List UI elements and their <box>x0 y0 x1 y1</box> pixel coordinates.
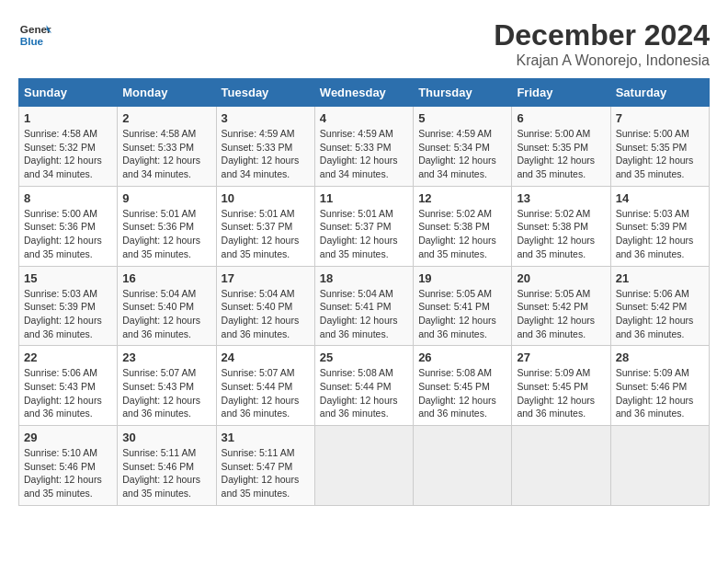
calendar-cell: 22Sunrise: 5:06 AMSunset: 5:43 PMDayligh… <box>19 346 118 426</box>
day-number: 30 <box>122 431 210 444</box>
day-number: 20 <box>517 271 605 285</box>
day-info: Sunrise: 5:09 AMSunset: 5:45 PMDaylight:… <box>517 366 605 420</box>
calendar-cell <box>414 426 512 506</box>
day-info: Sunrise: 5:08 AMSunset: 5:44 PMDaylight:… <box>320 366 408 420</box>
calendar-table: Sunday Monday Tuesday Wednesday Thursday… <box>18 78 710 506</box>
calendar-cell: 5Sunrise: 4:59 AMSunset: 5:34 PMDaylight… <box>414 107 512 187</box>
calendar-cell: 3Sunrise: 4:59 AMSunset: 5:33 PMDaylight… <box>216 107 314 187</box>
day-number: 15 <box>24 271 112 285</box>
col-wednesday: Wednesday <box>314 79 413 107</box>
day-number: 5 <box>418 111 506 125</box>
day-info: Sunrise: 4:59 AMSunset: 5:33 PMDaylight:… <box>320 127 408 181</box>
calendar-cell <box>512 426 610 506</box>
day-number: 22 <box>24 350 112 364</box>
day-info: Sunrise: 5:10 AMSunset: 5:46 PMDaylight:… <box>24 446 112 500</box>
calendar-week-2: 15Sunrise: 5:03 AMSunset: 5:39 PMDayligh… <box>19 266 710 346</box>
col-thursday: Thursday <box>414 79 512 107</box>
day-number: 11 <box>320 191 408 205</box>
calendar-cell: 20Sunrise: 5:05 AMSunset: 5:42 PMDayligh… <box>512 266 610 346</box>
calendar-cell <box>610 426 709 506</box>
day-info: Sunrise: 5:01 AMSunset: 5:37 PMDaylight:… <box>222 207 310 261</box>
calendar-cell: 24Sunrise: 5:07 AMSunset: 5:44 PMDayligh… <box>216 346 314 426</box>
day-number: 28 <box>616 350 704 364</box>
day-number: 25 <box>320 350 408 364</box>
day-number: 8 <box>24 191 112 205</box>
day-info: Sunrise: 5:00 AMSunset: 5:36 PMDaylight:… <box>24 207 112 261</box>
calendar-cell: 21Sunrise: 5:06 AMSunset: 5:42 PMDayligh… <box>610 266 709 346</box>
day-number: 23 <box>122 350 210 364</box>
day-number: 16 <box>122 271 210 285</box>
day-info: Sunrise: 5:04 AMSunset: 5:40 PMDaylight:… <box>122 287 210 341</box>
calendar-cell: 13Sunrise: 5:02 AMSunset: 5:38 PMDayligh… <box>512 186 610 266</box>
day-info: Sunrise: 5:06 AMSunset: 5:43 PMDaylight:… <box>24 366 112 420</box>
calendar-week-0: 1Sunrise: 4:58 AMSunset: 5:32 PMDaylight… <box>19 107 710 187</box>
day-info: Sunrise: 5:09 AMSunset: 5:46 PMDaylight:… <box>616 366 704 420</box>
day-number: 13 <box>517 191 605 205</box>
day-info: Sunrise: 4:59 AMSunset: 5:34 PMDaylight:… <box>418 127 506 181</box>
day-info: Sunrise: 5:00 AMSunset: 5:35 PMDaylight:… <box>517 127 605 181</box>
day-number: 10 <box>222 191 310 205</box>
location-title: Krajan A Wonorejo, Indonesia <box>494 52 710 69</box>
day-number: 4 <box>320 111 408 125</box>
logo: General Blue <box>18 18 51 52</box>
calendar-cell <box>314 426 413 506</box>
calendar-cell: 14Sunrise: 5:03 AMSunset: 5:39 PMDayligh… <box>610 186 709 266</box>
day-number: 24 <box>222 350 310 364</box>
calendar-cell: 23Sunrise: 5:07 AMSunset: 5:43 PMDayligh… <box>118 346 216 426</box>
day-info: Sunrise: 5:07 AMSunset: 5:43 PMDaylight:… <box>122 366 210 420</box>
calendar-cell: 8Sunrise: 5:00 AMSunset: 5:36 PMDaylight… <box>19 186 118 266</box>
svg-text:Blue: Blue <box>20 35 44 47</box>
day-info: Sunrise: 5:11 AMSunset: 5:47 PMDaylight:… <box>222 446 310 500</box>
day-number: 19 <box>418 271 506 285</box>
day-number: 17 <box>222 271 310 285</box>
page-header: General Blue December 2024 Krajan A Wono… <box>18 18 710 69</box>
calendar-cell: 29Sunrise: 5:10 AMSunset: 5:46 PMDayligh… <box>19 426 118 506</box>
day-info: Sunrise: 5:05 AMSunset: 5:42 PMDaylight:… <box>517 287 605 341</box>
day-number: 29 <box>24 431 112 444</box>
day-number: 9 <box>122 191 210 205</box>
day-number: 31 <box>222 431 310 444</box>
calendar-cell: 6Sunrise: 5:00 AMSunset: 5:35 PMDaylight… <box>512 107 610 187</box>
day-number: 21 <box>616 271 704 285</box>
day-info: Sunrise: 5:03 AMSunset: 5:39 PMDaylight:… <box>616 207 704 261</box>
calendar-cell: 10Sunrise: 5:01 AMSunset: 5:37 PMDayligh… <box>216 186 314 266</box>
day-info: Sunrise: 4:58 AMSunset: 5:33 PMDaylight:… <box>122 127 210 181</box>
col-friday: Friday <box>512 79 610 107</box>
day-info: Sunrise: 5:06 AMSunset: 5:42 PMDaylight:… <box>616 287 704 341</box>
calendar-week-4: 29Sunrise: 5:10 AMSunset: 5:46 PMDayligh… <box>19 426 710 506</box>
logo-icon: General Blue <box>18 18 51 52</box>
col-tuesday: Tuesday <box>216 79 314 107</box>
calendar-week-3: 22Sunrise: 5:06 AMSunset: 5:43 PMDayligh… <box>19 346 710 426</box>
day-info: Sunrise: 5:11 AMSunset: 5:46 PMDaylight:… <box>122 446 210 500</box>
day-number: 2 <box>122 111 210 125</box>
day-info: Sunrise: 5:04 AMSunset: 5:41 PMDaylight:… <box>320 287 408 341</box>
day-info: Sunrise: 4:59 AMSunset: 5:33 PMDaylight:… <box>222 127 310 181</box>
calendar-cell: 9Sunrise: 5:01 AMSunset: 5:36 PMDaylight… <box>118 186 216 266</box>
day-number: 1 <box>24 111 112 125</box>
calendar-cell: 31Sunrise: 5:11 AMSunset: 5:47 PMDayligh… <box>216 426 314 506</box>
calendar-cell: 30Sunrise: 5:11 AMSunset: 5:46 PMDayligh… <box>118 426 216 506</box>
day-number: 26 <box>418 350 506 364</box>
col-sunday: Sunday <box>19 79 118 107</box>
day-number: 18 <box>320 271 408 285</box>
month-title: December 2024 <box>494 18 710 52</box>
calendar-cell: 25Sunrise: 5:08 AMSunset: 5:44 PMDayligh… <box>314 346 413 426</box>
header-row: Sunday Monday Tuesday Wednesday Thursday… <box>19 79 710 107</box>
day-number: 3 <box>222 111 310 125</box>
calendar-cell: 11Sunrise: 5:01 AMSunset: 5:37 PMDayligh… <box>314 186 413 266</box>
day-info: Sunrise: 5:04 AMSunset: 5:40 PMDaylight:… <box>222 287 310 341</box>
day-info: Sunrise: 5:00 AMSunset: 5:35 PMDaylight:… <box>616 127 704 181</box>
calendar-cell: 18Sunrise: 5:04 AMSunset: 5:41 PMDayligh… <box>314 266 413 346</box>
day-info: Sunrise: 5:01 AMSunset: 5:36 PMDaylight:… <box>122 207 210 261</box>
col-monday: Monday <box>118 79 216 107</box>
calendar-cell: 17Sunrise: 5:04 AMSunset: 5:40 PMDayligh… <box>216 266 314 346</box>
day-info: Sunrise: 4:58 AMSunset: 5:32 PMDaylight:… <box>24 127 112 181</box>
calendar-cell: 2Sunrise: 4:58 AMSunset: 5:33 PMDaylight… <box>118 107 216 187</box>
calendar-cell: 1Sunrise: 4:58 AMSunset: 5:32 PMDaylight… <box>19 107 118 187</box>
calendar-cell: 16Sunrise: 5:04 AMSunset: 5:40 PMDayligh… <box>118 266 216 346</box>
day-number: 7 <box>616 111 704 125</box>
calendar-cell: 15Sunrise: 5:03 AMSunset: 5:39 PMDayligh… <box>19 266 118 346</box>
day-info: Sunrise: 5:07 AMSunset: 5:44 PMDaylight:… <box>222 366 310 420</box>
day-info: Sunrise: 5:02 AMSunset: 5:38 PMDaylight:… <box>517 207 605 261</box>
day-number: 12 <box>418 191 506 205</box>
